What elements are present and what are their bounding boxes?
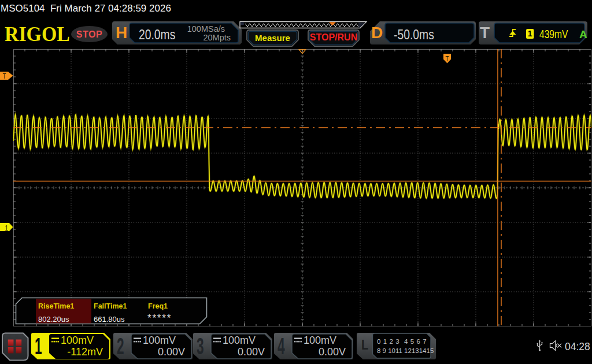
svg-text:T: T — [446, 55, 449, 62]
svg-text:1: 1 — [5, 224, 8, 232]
svg-text:T: T — [3, 72, 6, 80]
